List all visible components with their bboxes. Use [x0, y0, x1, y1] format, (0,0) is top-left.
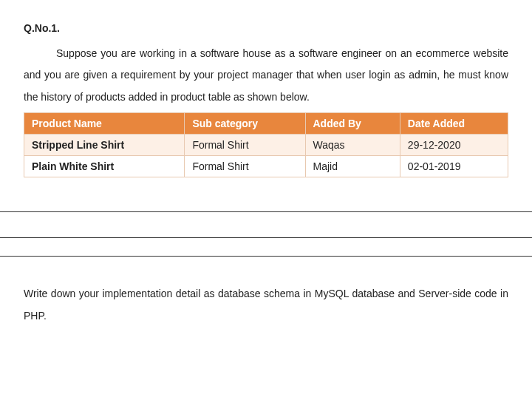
cell-added-by: Waqas: [305, 135, 400, 156]
col-added-by: Added By: [305, 113, 400, 135]
cell-sub-category: Formal Shirt: [185, 156, 305, 177]
product-history-table: Product Name Sub category Added By Date …: [24, 112, 508, 177]
cell-product-name: Stripped Line Shirt: [24, 135, 185, 156]
cell-product-name: Plain White Shirt: [24, 156, 185, 177]
question-number: Q.No.1.: [24, 22, 508, 34]
col-product-name: Product Name: [24, 113, 185, 135]
col-sub-category: Sub category: [185, 113, 305, 135]
table-header-row: Product Name Sub category Added By Date …: [24, 113, 508, 135]
cell-added-by: Majid: [305, 156, 400, 177]
cell-date-added: 29-12-2020: [400, 135, 508, 156]
cell-sub-category: Formal Shirt: [185, 135, 305, 156]
table-row: Plain White Shirt Formal Shirt Majid 02-…: [24, 156, 508, 177]
question-prompt: Suppose you are working in a software ho…: [24, 43, 508, 108]
followup-instruction: Write down your implementation detail as…: [0, 257, 532, 327]
table-row: Stripped Line Shirt Formal Shirt Waqas 2…: [24, 135, 508, 156]
divider-block: [0, 211, 532, 238]
question-prompt-text: Suppose you are working in a software ho…: [24, 47, 508, 103]
col-date-added: Date Added: [400, 113, 508, 135]
cell-date-added: 02-01-2019: [400, 156, 508, 177]
